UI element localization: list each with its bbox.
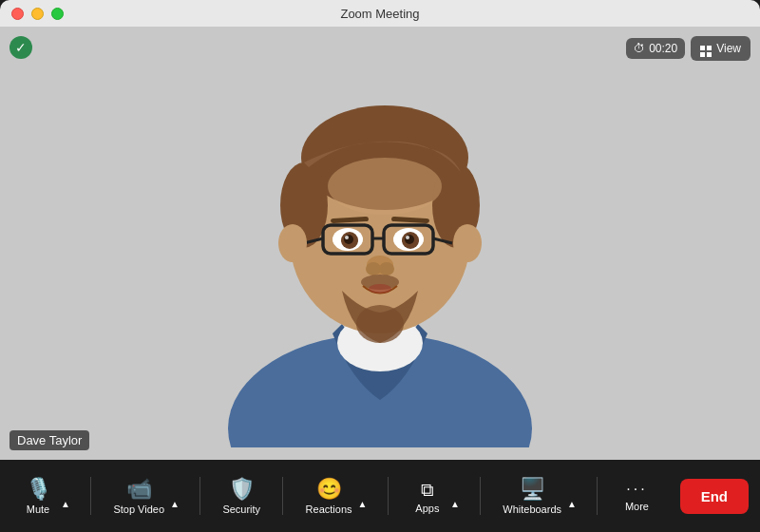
divider-5 [480,477,481,515]
whiteboards-button[interactable]: 🖥️ Whiteboards [499,473,565,519]
view-label: View [716,42,741,55]
participant-video [0,27,760,460]
video-chevron[interactable]: ▲ [168,493,181,515]
grid-view-icon [700,40,712,57]
security-button[interactable]: 🛡️ Security [218,473,264,519]
svg-point-31 [453,224,482,262]
divider-3 [282,477,283,515]
more-icon: ··· [626,482,647,497]
participant-name-label: Dave Taylor [10,430,89,450]
svg-point-21 [405,235,414,244]
check-icon: ✓ [15,40,27,55]
divider-2 [200,477,200,515]
more-group: ··· More [610,476,663,516]
timer-value: 00:20 [649,42,677,55]
maximize-button[interactable] [51,8,64,20]
svg-point-25 [366,262,381,276]
svg-point-26 [379,262,394,276]
apps-chevron[interactable]: ▲ [448,493,462,515]
view-button[interactable]: View [691,36,750,61]
avatar-svg [209,39,551,447]
stop-video-button[interactable]: 📹 Stop Video [109,473,168,519]
more-label: More [625,501,649,512]
apps-button[interactable]: ⧉ Apps [407,475,448,518]
reactions-group: 😊 Reactions ▲ [296,473,375,519]
apps-group: ⧉ Apps ▲ [401,475,467,518]
camera-icon: 📹 [126,479,152,500]
toolbar: 🎙️ Mute ▲ 📹 Stop Video ▲ 🛡️ Security 😊 R… [0,460,760,532]
reactions-icon: 😊 [316,479,342,500]
svg-point-28 [369,284,391,294]
svg-point-30 [278,224,307,262]
whiteboards-group: 🖥️ Whiteboards ▲ [493,473,584,519]
svg-point-20 [344,235,353,244]
overlay-controls[interactable]: ⏱ 00:20 View [626,36,750,61]
video-area: ✓ ⏱ 00:20 View Dave Taylor [0,27,760,460]
window-controls[interactable] [11,8,64,20]
divider-1 [90,477,91,515]
svg-point-23 [406,236,409,239]
divider-4 [388,477,389,515]
whiteboards-label: Whiteboards [503,504,561,515]
shield-icon: 🛡️ [229,479,255,500]
stop-video-label: Stop Video [113,504,164,515]
svg-point-22 [345,236,349,239]
whiteboard-icon: 🖥️ [520,479,545,500]
security-group: 🛡️ Security [213,473,270,519]
microphone-icon: 🎙️ [26,479,51,500]
close-button[interactable] [11,8,24,20]
more-button[interactable]: ··· More [616,476,657,516]
status-badge: ✓ [10,36,32,59]
mute-chevron[interactable]: ▲ [59,493,72,515]
apps-label: Apps [415,503,439,514]
svg-point-8 [328,158,442,215]
end-button[interactable]: End [680,479,749,514]
svg-point-29 [356,305,404,343]
minimize-button[interactable] [31,8,44,20]
mute-button[interactable]: 🎙️ Mute [17,473,59,519]
mute-label: Mute [27,504,49,515]
stop-video-group: 📹 Stop Video ▲ [104,473,187,519]
clock-icon: ⏱ [634,42,645,55]
reactions-button[interactable]: 😊 Reactions [302,473,356,519]
reactions-chevron[interactable]: ▲ [356,493,370,515]
whiteboards-chevron[interactable]: ▲ [565,493,579,515]
mute-group: 🎙️ Mute ▲ [11,473,78,519]
participant-name: Dave Taylor [17,433,82,447]
title-bar: Zoom Meeting [0,0,760,27]
security-label: Security [222,504,260,515]
apps-icon: ⧉ [421,481,434,499]
divider-6 [597,477,598,515]
window-title: Zoom Meeting [340,7,419,21]
meeting-timer: ⏱ 00:20 [626,38,685,59]
reactions-label: Reactions [306,504,352,515]
